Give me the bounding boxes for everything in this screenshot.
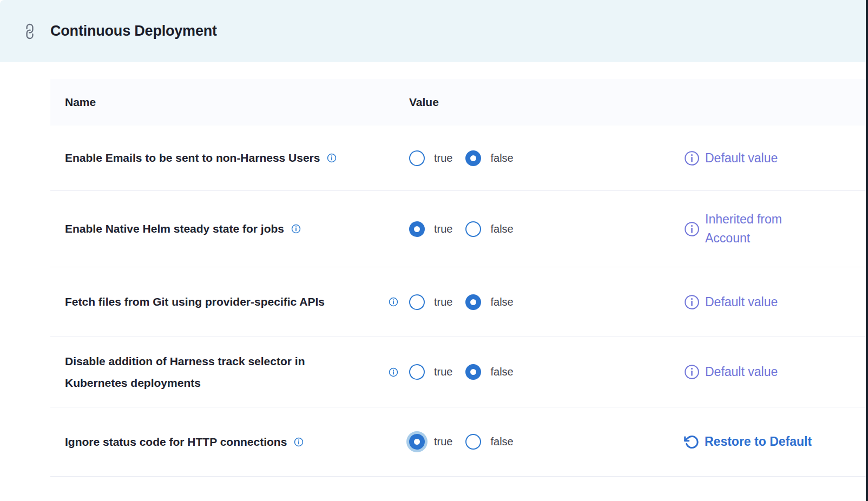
setting-label: Ignore status code for HTTP connections: [65, 431, 287, 453]
radio-true-label[interactable]: true: [434, 296, 452, 308]
setting-label: Fetch files from Git using provider-spec…: [65, 291, 325, 313]
radio-false[interactable]: [465, 150, 481, 166]
table-row: Enable Native Helm steady state for jobs…: [50, 191, 866, 267]
info-icon[interactable]: [294, 437, 304, 447]
setting-value-cell: true false: [409, 150, 684, 166]
table-row: Fetch files from Git using provider-spec…: [50, 267, 866, 337]
column-header-name: Name: [50, 96, 409, 109]
radio-false[interactable]: [465, 434, 481, 450]
info-icon[interactable]: [684, 221, 700, 237]
section-header: Continuous Deployment: [0, 0, 866, 62]
table-header-row: Name Value: [50, 79, 866, 126]
radio-false-label[interactable]: false: [490, 366, 513, 378]
column-header-value: Value: [409, 96, 684, 109]
setting-name-cell: Ignore status code for HTTP connections: [50, 431, 409, 453]
radio-false-label[interactable]: false: [490, 436, 513, 448]
radio-false-label[interactable]: false: [490, 152, 513, 164]
settings-page: Continuous Deployment Name Value Enable …: [0, 0, 868, 501]
radio-false-label[interactable]: false: [490, 296, 513, 308]
status-label: Inherited from Account: [705, 210, 805, 248]
status-label: Default value: [705, 293, 778, 312]
radio-true-label[interactable]: true: [434, 223, 452, 235]
setting-status-cell: Inherited from Account: [684, 210, 866, 248]
radio-true[interactable]: [409, 150, 425, 166]
radio-true[interactable]: [409, 294, 425, 310]
radio-false[interactable]: [465, 364, 481, 380]
radio-true[interactable]: [409, 221, 425, 237]
info-icon[interactable]: [327, 153, 337, 163]
setting-status-cell: Default value: [684, 149, 866, 168]
radio-true[interactable]: [409, 364, 425, 380]
status-label: Default value: [705, 362, 778, 381]
restore-to-default-button[interactable]: Restore to Default: [684, 432, 866, 451]
info-icon[interactable]: [389, 367, 398, 377]
radio-true-label[interactable]: true: [434, 152, 452, 164]
info-icon[interactable]: [684, 150, 700, 166]
restore-icon[interactable]: [684, 434, 699, 450]
page-title: Continuous Deployment: [50, 23, 217, 39]
status-label[interactable]: Restore to Default: [705, 432, 812, 451]
setting-label: Disable addition of Harness track select…: [65, 351, 347, 394]
setting-status-cell: Default value: [684, 293, 866, 312]
radio-true[interactable]: [409, 434, 425, 450]
setting-value-cell: true false: [409, 294, 684, 310]
setting-value-cell: true false: [409, 364, 684, 380]
link-icon[interactable]: [20, 21, 40, 41]
window-edge: [866, 0, 868, 501]
settings-table: Name Value Enable Emails to be sent to n…: [50, 79, 866, 477]
table-row: Enable Emails to be sent to non-Harness …: [50, 126, 866, 191]
radio-false[interactable]: [465, 221, 481, 237]
setting-status-cell: Default value: [684, 362, 866, 381]
radio-true-label[interactable]: true: [434, 436, 452, 448]
table-row: Disable addition of Harness track select…: [50, 337, 866, 407]
setting-name-cell: Enable Native Helm steady state for jobs: [50, 218, 409, 240]
info-icon[interactable]: [291, 224, 301, 234]
status-label: Default value: [705, 149, 778, 168]
setting-value-cell: true false: [409, 434, 684, 450]
info-icon[interactable]: [684, 364, 700, 380]
setting-name-cell: Enable Emails to be sent to non-Harness …: [50, 147, 409, 169]
table-body: Enable Emails to be sent to non-Harness …: [50, 126, 866, 477]
radio-false-label[interactable]: false: [490, 223, 513, 235]
table-row: Ignore status code for HTTP connections …: [50, 407, 866, 477]
setting-value-cell: true false: [409, 221, 684, 237]
radio-true-label[interactable]: true: [434, 366, 452, 378]
info-icon[interactable]: [684, 294, 700, 310]
setting-label: Enable Native Helm steady state for jobs: [65, 218, 284, 240]
radio-false[interactable]: [465, 294, 481, 310]
info-icon[interactable]: [389, 297, 398, 307]
setting-name-cell: Disable addition of Harness track select…: [50, 351, 409, 394]
setting-name-cell: Fetch files from Git using provider-spec…: [50, 291, 409, 313]
setting-label: Enable Emails to be sent to non-Harness …: [65, 147, 320, 169]
